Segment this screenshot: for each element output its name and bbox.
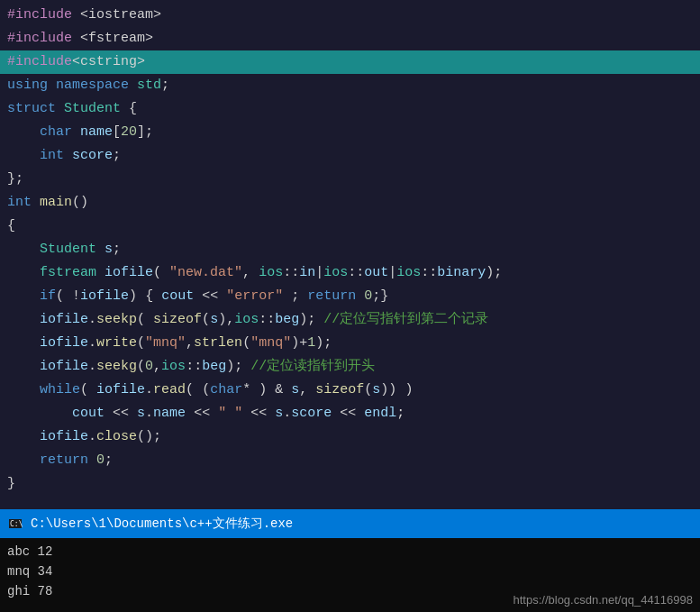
terminal-output: abc 12 mnq 34 ghi 78 https://blog.csdn.n… — [0, 538, 700, 612]
code-line-16: iofile.seekg(0,ios::beg); //定位读指针到开头 — [0, 355, 700, 379]
code-line-12: fstream iofile( "new.dat", ios::in|ios::… — [0, 261, 700, 285]
code-line-3: #include<cstring> — [0, 50, 700, 74]
output-line-2: mnq 34 — [7, 562, 693, 581]
code-line-18: cout << s.name << " " << s.score << endl… — [0, 402, 700, 425]
code-line-14: iofile.seekp( sizeof(s),ios::beg); //定位写… — [0, 308, 700, 332]
code-line-15: iofile.write("mnq",strlen("mnq")+1); — [0, 332, 700, 355]
code-line-6: char name[20]; — [0, 121, 700, 144]
code-line-7: int score; — [0, 144, 700, 168]
output-line-1: abc 12 — [7, 542, 693, 562]
code-line-2: #include <fstream> — [0, 27, 700, 50]
code-line-17: while( iofile.read( (char* ) & s, sizeof… — [0, 379, 700, 402]
terminal-icon: C:\ — [7, 517, 23, 530]
code-line-5: struct Student { — [0, 97, 700, 121]
code-editor: #include <iostream> #include <fstream> #… — [0, 0, 700, 509]
code-line-8: }; — [0, 168, 700, 191]
code-line-4: using namespace std; — [0, 74, 700, 97]
terminal-title-text: C:\Users\1\Documents\c++文件练习.exe — [31, 516, 293, 532]
code-line-1: #include <iostream> — [0, 4, 700, 27]
code-line-10: { — [0, 215, 700, 238]
svg-text:C:\: C:\ — [10, 520, 23, 528]
code-line-20: return 0; — [0, 449, 700, 472]
code-line-19: iofile.close(); — [0, 425, 700, 449]
code-line-9: int main() — [0, 191, 700, 215]
code-line-13: if( !iofile) { cout << "error" ; return … — [0, 285, 700, 308]
watermark-text: https://blog.csdn.net/qq_44116998 — [514, 593, 694, 607]
terminal-titlebar: C:\ C:\Users\1\Documents\c++文件练习.exe — [0, 509, 700, 538]
code-line-21: } — [0, 472, 700, 496]
code-line-11: Student s; — [0, 238, 700, 261]
